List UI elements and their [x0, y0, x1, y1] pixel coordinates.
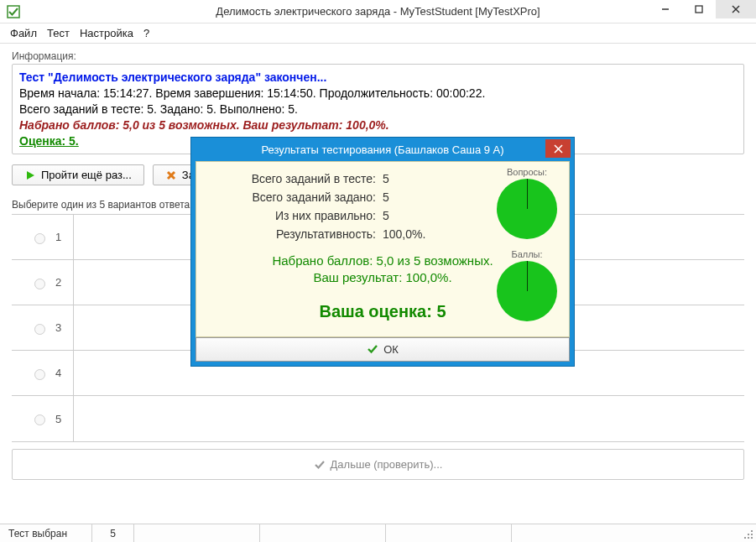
stat-total-label: Всего заданий в тесте:: [208, 172, 376, 185]
menu-test[interactable]: Тест: [47, 27, 70, 39]
dialog-ok-label: ОК: [383, 343, 399, 356]
window-controls: [649, 0, 756, 18]
dialog-body: Всего заданий в тесте: 5 Всего заданий з…: [196, 161, 570, 337]
menu-file[interactable]: Файл: [10, 27, 37, 39]
svg-rect-9: [748, 534, 749, 535]
dialog-titlebar[interactable]: Результаты тестирования (Башлаков Саша 9…: [191, 138, 574, 161]
svg-rect-12: [748, 537, 749, 539]
stat-asked-value: 5: [383, 190, 450, 204]
answer-row[interactable]: 5: [12, 396, 744, 441]
svg-rect-10: [751, 534, 753, 535]
svg-rect-13: [751, 537, 753, 539]
answer-number: 4: [55, 367, 61, 379]
svg-rect-2: [696, 6, 702, 13]
close-button[interactable]: [716, 0, 756, 18]
menu-help[interactable]: ?: [143, 27, 149, 39]
answer-radio-5[interactable]: [34, 414, 45, 425]
pie-charts: Вопросы: Баллы:: [497, 167, 557, 321]
svg-marker-5: [27, 171, 34, 180]
answer-number: 3: [55, 321, 61, 334]
answer-number: 2: [55, 276, 61, 289]
stat-perf-label: Результативность:: [208, 227, 376, 241]
results-dialog: Результаты тестирования (Башлаков Саша 9…: [190, 137, 575, 367]
svg-rect-8: [751, 530, 753, 532]
stat-correct-value: 5: [383, 209, 450, 222]
check-icon: [367, 343, 378, 355]
next-button[interactable]: Дальше (проверить)...: [12, 449, 744, 480]
menu-settings[interactable]: Настройка: [80, 27, 133, 39]
check-icon: [314, 459, 326, 471]
status-count: 5: [92, 524, 134, 542]
stat-total-value: 5: [383, 172, 450, 185]
close-icon: [554, 144, 563, 154]
statusbar: Тест выбран 5: [0, 524, 756, 542]
status-fill: [512, 524, 741, 542]
cancel-icon: [165, 169, 177, 181]
stat-perf-value: 100,0%.: [383, 227, 450, 241]
dialog-close-button[interactable]: [545, 139, 571, 158]
maximize-button[interactable]: [682, 0, 716, 18]
app-icon: [7, 5, 20, 18]
pie-questions: Вопросы:: [497, 167, 557, 239]
answer-radio-4[interactable]: [34, 369, 45, 380]
answer-number: 1: [55, 231, 61, 243]
info-header: Информация:: [12, 50, 748, 62]
svg-rect-11: [744, 537, 746, 539]
menubar: Файл Тест Настройка ?: [0, 23, 756, 44]
answer-number: 5: [55, 413, 61, 425]
dialog-title: Результаты тестирования (Башлаков Саша 9…: [261, 143, 503, 156]
answer-radio-3[interactable]: [34, 324, 45, 335]
play-icon: [24, 169, 36, 181]
pie-questions-label: Вопросы:: [497, 167, 557, 177]
pie-points-chart: [497, 261, 557, 321]
answer-radio-2[interactable]: [34, 279, 45, 289]
info-score: Набрано баллов: 5,0 из 5 возможных. Ваш …: [19, 117, 737, 133]
retry-button-label: Пройти ещё раз...: [41, 169, 132, 181]
status-empty-2: [260, 524, 386, 542]
resize-grip-icon[interactable]: [741, 524, 756, 542]
next-button-label: Дальше (проверить)...: [331, 458, 443, 471]
pie-points-label: Баллы:: [497, 249, 557, 259]
status-test-selected: Тест выбран: [0, 524, 92, 542]
status-empty-1: [134, 524, 260, 542]
status-empty-3: [386, 524, 512, 542]
pie-questions-chart: [497, 179, 557, 239]
minimize-button[interactable]: [649, 0, 682, 18]
pie-points: Баллы:: [497, 249, 557, 321]
dialog-ok-button[interactable]: ОК: [196, 337, 570, 362]
info-tasks: Всего заданий в тесте: 5. Задано: 5. Вып…: [19, 102, 737, 117]
answer-body: [73, 396, 744, 441]
info-timing: Время начала: 15:14:27. Время завершения…: [19, 86, 737, 102]
window-title: Делимость электрического заряда - MyTest…: [216, 5, 540, 18]
stat-correct-label: Из них правильно:: [208, 209, 376, 222]
window-titlebar: Делимость электрического заряда - MyTest…: [0, 0, 756, 23]
info-test-finished: Тест "Делимость электрического заряда" з…: [19, 70, 737, 86]
stat-asked-label: Всего заданий задано:: [208, 190, 376, 204]
answer-radio-1[interactable]: [34, 233, 45, 244]
retry-button[interactable]: Пройти ещё раз...: [12, 164, 144, 185]
